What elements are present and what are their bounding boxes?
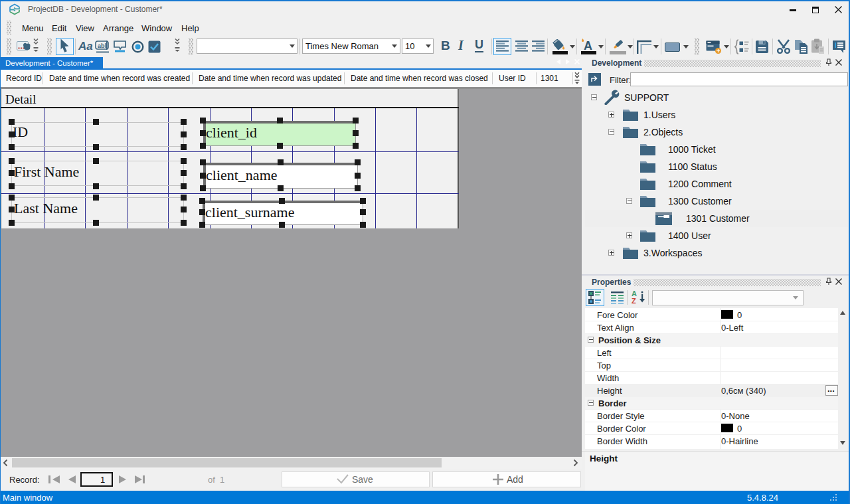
svg-text:abl: abl bbox=[98, 42, 106, 49]
svg-text:A: A bbox=[584, 39, 592, 52]
